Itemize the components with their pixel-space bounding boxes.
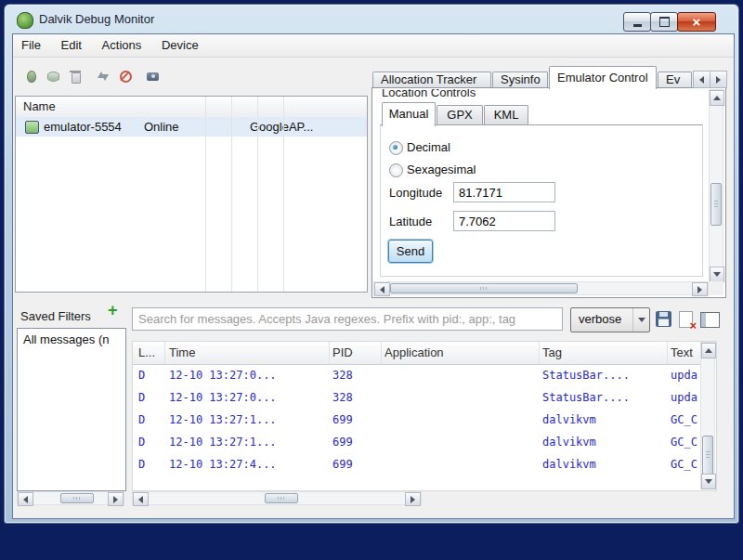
- emulator-panel-hscrollbar[interactable]: [373, 281, 709, 295]
- cell-time: 12-10 13:27:0...: [169, 391, 277, 404]
- column-divider: [283, 97, 284, 292]
- dropdown-arrow-button[interactable]: [632, 308, 649, 332]
- saved-filters-label: Saved Filters: [20, 309, 91, 323]
- column-divider[interactable]: [667, 342, 668, 364]
- menu-edit[interactable]: Edit: [53, 34, 90, 56]
- tab-allocation-tracker[interactable]: Allocation Tracker: [372, 72, 491, 87]
- device-serial: emulator-5554: [44, 120, 122, 134]
- column-divider[interactable]: [381, 342, 382, 364]
- scroll-down-button[interactable]: [710, 267, 724, 282]
- log-row[interactable]: D 12-10 13:27:1... 699 dalvikvm GC_C: [133, 409, 700, 431]
- col-level[interactable]: L...: [138, 345, 155, 359]
- tab-scroll-left-icon: [699, 76, 704, 84]
- search-input[interactable]: [132, 307, 563, 331]
- hscroll-thumb[interactable]: [265, 493, 298, 503]
- scroll-down-icon: [705, 479, 712, 484]
- clear-log-icon[interactable]: [679, 311, 693, 328]
- col-tag[interactable]: Tag: [542, 345, 562, 359]
- cell-text: GC_C: [671, 458, 697, 471]
- tab-event-log[interactable]: Ev: [658, 72, 692, 87]
- stop-process-icon[interactable]: [117, 68, 134, 85]
- emulator-panel-vscrollbar[interactable]: [709, 89, 723, 281]
- log-row[interactable]: D 12-10 13:27:4... 699 dalvikvm GC_C: [133, 453, 700, 475]
- send-button[interactable]: Send: [388, 240, 433, 263]
- radio-sexagesimal-label[interactable]: Sexagesimal: [407, 163, 476, 176]
- scroll-right-button[interactable]: [108, 492, 124, 506]
- column-divider[interactable]: [539, 342, 540, 364]
- tab-emulator-control[interactable]: Emulator Control: [549, 66, 657, 89]
- longitude-input[interactable]: [453, 182, 555, 202]
- column-divider[interactable]: [329, 342, 330, 364]
- toggle-filters-panel-icon[interactable]: [700, 312, 720, 328]
- column-divider: [257, 97, 258, 292]
- menu-actions[interactable]: Actions: [94, 34, 150, 56]
- radio-decimal[interactable]: [389, 141, 403, 155]
- subtab-kml[interactable]: KML: [484, 105, 528, 124]
- scroll-down-button[interactable]: [701, 474, 716, 489]
- scroll-right-button[interactable]: [692, 282, 708, 296]
- log-row[interactable]: D 12-10 13:27:0... 328 StatusBar.... upd…: [133, 386, 700, 409]
- col-application[interactable]: Application: [385, 345, 444, 359]
- menubar: File Edit Actions Device: [13, 34, 734, 58]
- cell-tag: StatusBar....: [542, 391, 630, 404]
- name-column-header[interactable]: Name: [23, 99, 56, 113]
- filter-item-all-messages[interactable]: All messages (n: [23, 332, 109, 346]
- scroll-up-button[interactable]: [701, 343, 716, 358]
- vertical-splitter[interactable]: [124, 304, 132, 506]
- cell-level: D: [138, 458, 145, 471]
- tab-sysinfo[interactable]: Sysinfo: [492, 72, 548, 87]
- scroll-right-icon: [411, 496, 415, 503]
- cell-tag: dalvikvm: [542, 413, 596, 426]
- titlebar[interactable]: Dalvik Debug Monitor: [5, 5, 738, 33]
- filters-hscrollbar[interactable]: [17, 491, 124, 505]
- cell-pid: 699: [332, 413, 353, 426]
- cell-level: D: [138, 391, 145, 404]
- log-row[interactable]: D 12-10 13:27:0... 328 StatusBar.... upd…: [133, 364, 700, 386]
- maximize-button[interactable]: [650, 12, 678, 32]
- radio-sexagesimal[interactable]: [389, 163, 403, 177]
- log-row[interactable]: D 12-10 13:27:1... 699 dalvikvm GC_C: [133, 431, 700, 453]
- close-button[interactable]: [677, 12, 716, 32]
- update-threads-icon[interactable]: [95, 68, 111, 85]
- location-controls-label: Location Controls: [382, 89, 476, 99]
- minimize-button[interactable]: [623, 12, 651, 32]
- scroll-left-button[interactable]: [18, 492, 33, 506]
- device-table-header[interactable]: Name: [16, 97, 367, 118]
- cause-gc-icon[interactable]: [67, 68, 84, 85]
- vscroll-thumb[interactable]: [710, 183, 722, 226]
- radio-decimal-label[interactable]: Decimal: [407, 140, 450, 154]
- column-divider[interactable]: [164, 342, 165, 364]
- scroll-left-button[interactable]: [133, 492, 149, 506]
- menu-device[interactable]: Device: [153, 34, 207, 56]
- vscroll-thumb[interactable]: [702, 436, 713, 475]
- log-table-header[interactable]: L... Time PID Application Tag Text: [133, 342, 700, 365]
- cell-pid: 699: [332, 458, 353, 471]
- screen-capture-icon[interactable]: [145, 68, 162, 85]
- log-level-dropdown[interactable]: verbose: [570, 307, 650, 332]
- log-hscrollbar[interactable]: [132, 491, 422, 505]
- subtab-gpx[interactable]: GPX: [437, 105, 483, 124]
- device-state: Online: [144, 120, 179, 134]
- save-log-icon[interactable]: [656, 311, 671, 327]
- latitude-input[interactable]: [453, 211, 555, 231]
- hscroll-thumb[interactable]: [390, 283, 578, 293]
- saved-filters-list[interactable]: All messages (n: [17, 328, 126, 491]
- scroll-left-button[interactable]: [374, 282, 390, 296]
- scroll-right-button[interactable]: [405, 492, 421, 506]
- scroll-left-icon: [138, 496, 143, 503]
- col-text[interactable]: Text: [671, 345, 693, 359]
- menu-file[interactable]: File: [13, 34, 49, 56]
- col-time[interactable]: Time: [169, 345, 195, 359]
- tab-scroll-left-button[interactable]: [693, 71, 710, 88]
- scroll-up-icon: [713, 96, 721, 100]
- hscroll-thumb[interactable]: [60, 493, 94, 503]
- scroll-up-button[interactable]: [710, 90, 724, 106]
- col-pid[interactable]: PID: [332, 345, 353, 359]
- tab-scroll-right-button[interactable]: [710, 71, 727, 88]
- update-heap-icon[interactable]: [45, 68, 61, 85]
- debug-icon[interactable]: [22, 68, 39, 85]
- subtab-manual[interactable]: Manual: [382, 102, 436, 126]
- log-vscrollbar[interactable]: [700, 342, 715, 488]
- add-filter-button[interactable]: [106, 304, 121, 319]
- device-row[interactable]: emulator-5554 Online GoogleAP...: [16, 117, 367, 137]
